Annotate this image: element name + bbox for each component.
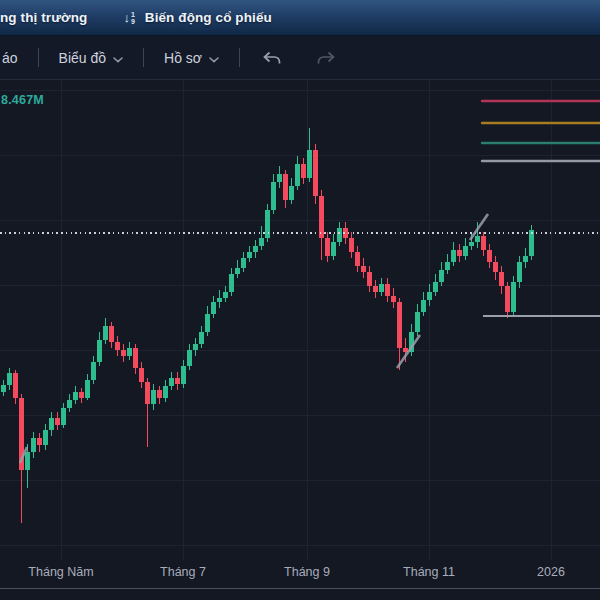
menu-chart[interactable]: Biểu đồ: [51, 44, 131, 72]
toolbar: áo Biểu đồ Hồ sơ: [0, 36, 600, 80]
candlestick-chart[interactable]: [0, 80, 600, 560]
undo-button[interactable]: [252, 47, 292, 69]
tab-stock-movements[interactable]: Biến động cổ phiếu: [145, 10, 282, 25]
sort-numeric-icon: ↓ 1 9: [123, 11, 134, 25]
redo-button[interactable]: [306, 47, 346, 69]
undo-icon: [262, 51, 282, 65]
toolbar-divider: [143, 48, 144, 67]
redo-icon: [316, 51, 336, 65]
axis-tick-label: 2026: [537, 565, 565, 579]
chart-pane: 8.467M: [0, 80, 600, 560]
chevron-down-icon: [113, 50, 123, 66]
axis-tick-label: Tháng 9: [284, 565, 330, 579]
tab-market-overview[interactable]: ng thị trường: [0, 10, 97, 25]
menu-profile[interactable]: Hồ sơ: [156, 44, 227, 72]
toolbar-divider: [38, 48, 39, 67]
time-axis[interactable]: Tháng Năm Tháng 7 Tháng 9 Tháng 11 2026: [0, 560, 600, 600]
title-bar: ng thị trường ↓ 1 9 Biến động cổ phiếu: [0, 0, 600, 36]
axis-separator: [0, 588, 600, 589]
axis-tick-label: Tháng 11: [403, 565, 455, 579]
axis-tick-label: Tháng 7: [160, 565, 206, 579]
menu-item-cut[interactable]: áo: [0, 44, 26, 72]
toolbar-divider: [239, 48, 240, 67]
chevron-down-icon: [209, 50, 219, 66]
volume-label: 8.467M: [1, 93, 44, 107]
axis-tick-label: Tháng Năm: [28, 565, 93, 579]
